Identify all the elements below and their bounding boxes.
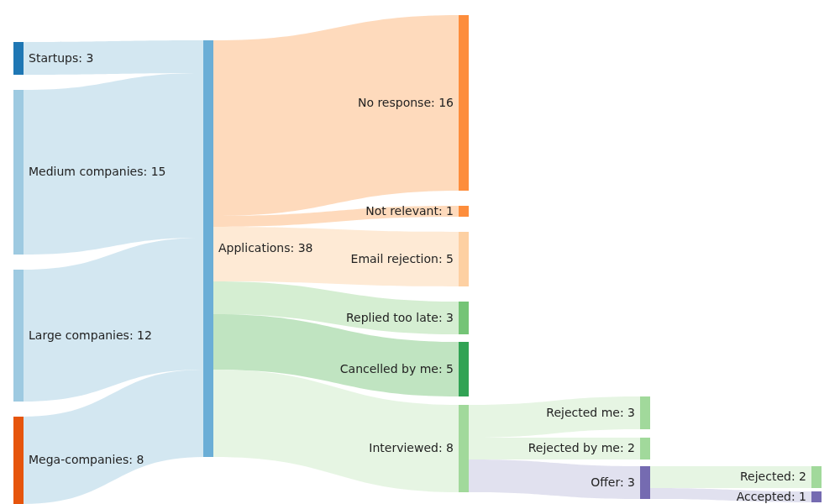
node-not-relevant — [459, 206, 469, 217]
label-accepted: Accepted: 1 — [737, 490, 806, 503]
label-applications: Applications: 38 — [218, 241, 313, 255]
label-rejected-by-me: Rejected by me: 2 — [528, 441, 635, 454]
label-offer: Offer: 3 — [591, 475, 635, 489]
node-no-response — [459, 15, 469, 191]
node-medium — [13, 90, 24, 255]
node-offer — [640, 466, 650, 499]
label-rejected-me: Rejected me: 3 — [546, 406, 635, 419]
link-applications-noresponse — [213, 15, 459, 216]
node-replied-late — [459, 302, 469, 334]
label-no-response: No response: 16 — [358, 96, 454, 109]
node-large — [13, 270, 24, 402]
label-email-rejection: Email rejection: 5 — [351, 252, 454, 265]
node-rejected-by-me — [640, 438, 650, 459]
label-mega: Mega-companies: 8 — [29, 453, 144, 466]
label-rejected: Rejected: 2 — [740, 470, 806, 483]
label-cancelled: Cancelled by me: 5 — [340, 362, 454, 375]
node-interviewed — [459, 405, 469, 492]
node-email-rejection — [459, 232, 469, 286]
label-large: Large companies: 12 — [29, 328, 152, 342]
link-medium-applications — [24, 73, 203, 255]
node-cancelled — [459, 342, 469, 396]
label-replied-late: Replied too late: 3 — [346, 311, 454, 324]
label-medium: Medium companies: 15 — [29, 165, 165, 178]
node-rejected — [811, 466, 822, 488]
node-mega — [13, 417, 24, 504]
node-applications — [203, 40, 213, 457]
label-interviewed: Interviewed: 8 — [369, 441, 454, 454]
sankey-chart: Startups: 3 Medium companies: 15 Large c… — [0, 0, 840, 504]
node-rejected-me — [640, 396, 650, 429]
label-startups: Startups: 3 — [29, 51, 93, 65]
node-startups — [13, 42, 24, 75]
label-not-relevant: Not relevant: 1 — [365, 204, 454, 218]
node-accepted — [811, 491, 822, 502]
